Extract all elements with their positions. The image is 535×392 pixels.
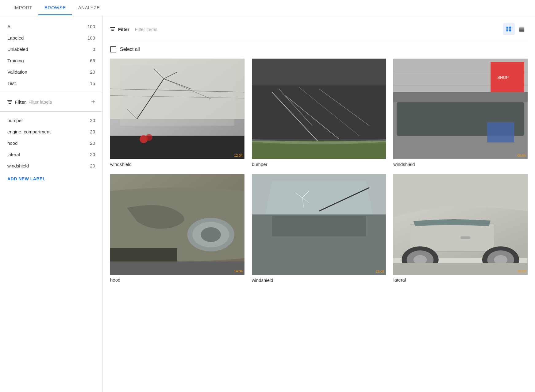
image-card-3[interactable]: 14:04 hood <box>110 174 244 282</box>
label-hood-count: 20 <box>90 140 95 146</box>
svg-rect-2 <box>506 29 508 31</box>
sidebar-label-engine-compartment[interactable]: engine_compartment 20 <box>0 126 102 137</box>
image-card-5[interactable]: 16:03 lateral <box>393 174 528 282</box>
image-wrapper-2: SHOP 06:04 <box>393 59 528 159</box>
svg-point-65 <box>494 255 508 265</box>
view-toggle <box>503 23 528 35</box>
sidebar-item-validation[interactable]: Validation 20 <box>0 66 102 78</box>
sidebar-divider-2 <box>0 111 102 112</box>
toolbar-filter-label: Filter <box>118 27 129 32</box>
image-grid: 12:04 windshield <box>110 59 528 283</box>
svg-rect-5 <box>519 28 525 29</box>
toolbar: Filter Filter items <box>110 21 528 40</box>
svg-rect-0 <box>506 27 508 29</box>
svg-rect-7 <box>519 30 525 31</box>
select-all-label[interactable]: Select all <box>120 47 140 52</box>
sidebar-labeled-label: Labeled <box>7 35 24 40</box>
image-wrapper-3: 14:04 <box>110 174 244 275</box>
image-card-4[interactable]: 28:08 windshield <box>252 174 386 282</box>
svg-rect-59 <box>272 216 366 236</box>
sidebar-validation-label: Validation <box>7 69 27 75</box>
svg-rect-11 <box>110 136 244 159</box>
add-label-button[interactable]: + <box>91 98 95 105</box>
toolbar-filter-icon[interactable] <box>110 27 115 31</box>
label-windshield-count: 20 <box>90 163 95 168</box>
sidebar-item-labeled[interactable]: Labeled 100 <box>0 32 102 44</box>
sidebar-training-label: Training <box>7 58 24 63</box>
sidebar-test-count: 15 <box>90 81 95 86</box>
label-hood-name: hood <box>7 140 17 146</box>
sidebar-labeled-count: 100 <box>87 35 95 40</box>
toolbar-filter-placeholder: Filter items <box>135 27 157 32</box>
svg-point-22 <box>146 134 152 141</box>
sidebar-label-hood[interactable]: hood 20 <box>0 137 102 149</box>
main-content: Filter Filter items <box>103 16 535 392</box>
label-filter-row: Filter Filter labels + <box>0 95 102 108</box>
svg-point-47 <box>201 227 221 242</box>
image-label-3: hood <box>110 277 244 282</box>
sidebar-label-bumper[interactable]: bumper 20 <box>0 115 102 126</box>
label-engine-name: engine_compartment <box>7 129 51 134</box>
image-label-1: bumper <box>252 162 386 167</box>
sidebar-item-training[interactable]: Training 65 <box>0 55 102 66</box>
svg-rect-62 <box>460 236 471 239</box>
label-engine-count: 20 <box>90 129 95 134</box>
svg-rect-8 <box>519 31 525 32</box>
list-view-button[interactable] <box>516 23 528 35</box>
svg-rect-4 <box>519 27 525 28</box>
label-bumper-count: 20 <box>90 118 95 123</box>
tab-browse[interactable]: BROWSE <box>38 1 72 15</box>
image-card-1[interactable]: bumper <box>252 59 386 167</box>
svg-rect-6 <box>519 29 525 30</box>
sidebar-item-all[interactable]: All 100 <box>0 21 102 32</box>
sidebar: All 100 Labeled 100 Unlabeled 0 Training… <box>0 16 103 392</box>
sidebar-test-label: Test <box>7 81 16 86</box>
sidebar-training-count: 65 <box>90 58 95 63</box>
sidebar-validation-count: 20 <box>90 69 95 75</box>
image-card-0[interactable]: 12:04 windshield <box>110 59 244 167</box>
tab-analyze[interactable]: ANALYZE <box>72 1 106 15</box>
filter-icon[interactable] <box>7 100 12 104</box>
svg-text:SHOP: SHOP <box>498 75 509 80</box>
svg-rect-3 <box>509 29 511 31</box>
sidebar-unlabeled-count: 0 <box>93 47 95 52</box>
image-label-4: windshield <box>252 278 386 283</box>
svg-rect-49 <box>110 262 244 275</box>
sidebar-all-count: 100 <box>87 24 95 29</box>
sidebar-unlabeled-label: Unlabeled <box>7 47 28 52</box>
image-wrapper-5: 16:03 <box>393 174 528 275</box>
svg-marker-12 <box>120 65 234 126</box>
select-all-row: Select all <box>110 46 528 52</box>
timestamp-4: 28:08 <box>376 270 384 273</box>
image-card-2[interactable]: SHOP 06:04 windshield <box>393 59 528 167</box>
label-windshield-name: windshield <box>7 163 29 168</box>
svg-rect-39 <box>393 92 528 102</box>
svg-point-68 <box>414 255 427 265</box>
svg-rect-24 <box>252 86 386 139</box>
tab-import[interactable]: IMPORT <box>7 1 38 15</box>
sidebar-item-unlabeled[interactable]: Unlabeled 0 <box>0 44 102 55</box>
svg-rect-43 <box>487 122 514 143</box>
image-wrapper-0: 12:04 <box>110 59 244 159</box>
svg-marker-52 <box>265 181 372 214</box>
sidebar-divider <box>0 92 102 92</box>
sidebar-all-label: All <box>7 24 13 29</box>
timestamp-0: 12:04 <box>234 154 243 157</box>
grid-view-button[interactable] <box>503 23 515 35</box>
label-lateral-count: 20 <box>90 152 95 157</box>
timestamp-3: 14:04 <box>234 269 243 273</box>
sidebar-item-test[interactable]: Test 15 <box>0 78 102 89</box>
main-layout: All 100 Labeled 100 Unlabeled 0 Training… <box>0 16 535 392</box>
image-label-0: windshield <box>110 162 244 167</box>
svg-rect-69 <box>393 263 528 275</box>
label-lateral-name: lateral <box>7 152 20 157</box>
select-all-checkbox[interactable] <box>110 46 116 52</box>
label-bumper-name: bumper <box>7 118 23 123</box>
top-navigation: IMPORT BROWSE ANALYZE <box>0 0 535 16</box>
sidebar-label-windshield[interactable]: windshield 20 <box>0 160 102 171</box>
timestamp-5: 16:03 <box>517 269 526 273</box>
add-new-label-button[interactable]: ADD NEW LABEL <box>0 171 102 186</box>
toolbar-filter: Filter Filter items <box>110 27 157 32</box>
sidebar-label-lateral[interactable]: lateral 20 <box>0 149 102 160</box>
image-label-2: windshield <box>393 162 528 167</box>
